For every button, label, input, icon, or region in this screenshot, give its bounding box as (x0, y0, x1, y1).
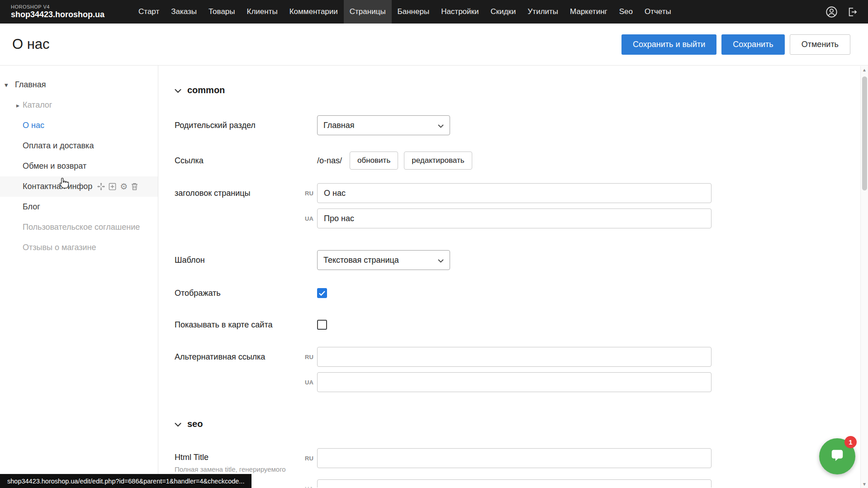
alt-link-label: Альтернативная ссылка (175, 352, 301, 362)
display-label: Отображать (175, 289, 301, 298)
scroll-down-icon[interactable]: ▼ (861, 480, 868, 488)
cancel-button[interactable]: Отменить (790, 34, 850, 55)
add-page-icon[interactable] (109, 183, 116, 190)
parent-section-value: Главная (323, 121, 355, 130)
sidebar-item-catalog[interactable]: ▸ Каталог (0, 95, 158, 115)
page-title-ua-row: UA (175, 208, 868, 228)
parent-section-label: Родительский раздел (175, 121, 301, 130)
page-title-ua-input[interactable] (317, 208, 711, 228)
chat-bubble-icon (829, 447, 846, 466)
sidebar-item-label: О нас (23, 121, 44, 130)
alt-link-ru-row: Альтернативная ссылка RU (175, 347, 868, 367)
sidebar-item-label: Оплата и доставка (23, 141, 94, 151)
save-exit-button[interactable]: Сохранить и выйти (621, 34, 716, 55)
sitemap-label: Показывать в карте сайта (175, 320, 301, 330)
nav-reports[interactable]: Отчеты (639, 0, 677, 24)
pages-tree-sidebar: ▾ Главная ▸ Каталог О нас Оплата и доста… (0, 66, 158, 488)
sidebar-item-label: Блог (23, 202, 40, 212)
section-seo-label: seo (187, 419, 203, 429)
trash-icon[interactable] (131, 183, 138, 190)
nav-discounts[interactable]: Скидки (484, 0, 522, 24)
template-select[interactable]: Текстовая страница (317, 250, 450, 270)
section-seo[interactable]: seo (175, 418, 868, 429)
page-title-ru-row: заголовок страницы RU (175, 183, 868, 203)
lang-badge-ua: UA (301, 379, 317, 386)
topbar-actions (825, 6, 858, 18)
template-row: Шаблон Текстовая страница (175, 250, 868, 270)
lang-badge-ru: RU (301, 190, 317, 197)
sidebar-item-exchange-return[interactable]: Обмен и возврат (0, 156, 158, 176)
lang-badge-ru: RU (301, 354, 317, 360)
nav-seo[interactable]: Seo (613, 0, 639, 24)
html-title-hint: Полная замена title, генерируемого (175, 465, 301, 474)
section-common[interactable]: common (175, 85, 868, 95)
gear-icon[interactable]: ⚙ (120, 182, 128, 191)
brand-version: HOROSHOP V4 (11, 4, 104, 10)
sidebar-item-label: Каталог (23, 100, 52, 110)
nav-clients[interactable]: Клиенты (241, 0, 284, 24)
link-row: Ссылка /o-nas/ обновить редактировать (175, 152, 868, 170)
chevron-down-icon (175, 85, 181, 95)
page-title-ru-input[interactable] (317, 183, 711, 203)
account-icon[interactable] (825, 6, 838, 18)
nav-comments[interactable]: Комментарии (284, 0, 344, 24)
top-navigation: Старт Заказы Товары Клиенты Комментарии … (133, 0, 677, 24)
nav-marketing[interactable]: Маркетинг (564, 0, 613, 24)
scroll-up-icon[interactable]: ▲ (861, 66, 868, 74)
chevron-down-icon (438, 256, 444, 265)
html-title-ru-input[interactable] (317, 448, 711, 468)
nav-orders[interactable]: Заказы (165, 0, 203, 24)
nav-settings[interactable]: Настройки (435, 0, 484, 24)
nav-banners[interactable]: Баннеры (392, 0, 436, 24)
sidebar-item-blog[interactable]: Блог (0, 197, 158, 217)
display-checkbox[interactable] (317, 288, 327, 298)
section-common-label: common (187, 85, 225, 95)
template-label: Шаблон (175, 256, 301, 265)
sidebar-item-label: Обмен и возврат (23, 161, 86, 171)
scrollbar-thumb[interactable] (862, 76, 867, 190)
chevron-down-icon (438, 121, 444, 130)
link-label: Ссылка (175, 156, 301, 166)
refresh-link-button[interactable]: обновить (350, 152, 398, 170)
brand: HOROSHOP V4 shop34423.horoshop.ua (11, 4, 104, 19)
chevron-right-icon[interactable]: ▸ (16, 102, 23, 109)
sidebar-item-label: Пользовательское соглашение (23, 223, 140, 232)
vertical-scrollbar[interactable]: ▲ ▼ (860, 66, 868, 488)
sidebar-item-about[interactable]: О нас (0, 115, 158, 136)
chevron-down-icon (175, 419, 181, 429)
save-button[interactable]: Сохранить (721, 34, 784, 55)
sitemap-checkbox[interactable] (317, 320, 327, 330)
html-title-ua-input[interactable] (317, 479, 711, 488)
sidebar-item-label: Контактная инфор (23, 182, 92, 191)
lang-badge-ru: RU (301, 448, 317, 462)
logout-icon[interactable] (847, 6, 858, 18)
header-actions: Сохранить и выйти Сохранить Отменить (621, 34, 850, 55)
nav-products[interactable]: Товары (203, 0, 241, 24)
nav-start[interactable]: Старт (133, 0, 165, 24)
sidebar-item-payment-delivery[interactable]: Оплата и доставка (0, 136, 158, 156)
alt-link-ru-input[interactable] (317, 347, 711, 367)
html-title-ru-row: Html Title Полная замена title, генериру… (175, 448, 868, 474)
parent-section-row: Родительский раздел Главная (175, 115, 868, 135)
chat-launcher-button[interactable]: 1 (819, 438, 855, 474)
nav-pages[interactable]: Страницы (344, 0, 392, 24)
link-path: /o-nas/ (317, 156, 342, 166)
nav-utilities[interactable]: Утилиты (522, 0, 564, 24)
move-icon[interactable] (97, 183, 105, 190)
sidebar-item-user-agreement[interactable]: Пользовательское соглашение (0, 217, 158, 237)
sidebar-item-label: Отзывы о магазине (23, 243, 96, 252)
chevron-down-icon[interactable]: ▾ (5, 81, 15, 89)
edit-link-button[interactable]: редактировать (404, 152, 472, 170)
parent-section-select[interactable]: Главная (317, 115, 450, 135)
display-row: Отображать (175, 288, 868, 298)
sidebar-item-store-reviews[interactable]: Отзывы о магазине (0, 237, 158, 258)
sitemap-row: Показывать в карте сайта (175, 320, 868, 330)
link-preview-statusbar: shop34423.horoshop.ua/edit/edit.php?id=6… (0, 474, 251, 488)
lang-badge-ua: UA (301, 486, 317, 488)
template-value: Текстовая страница (323, 256, 399, 265)
statusbar-url: shop34423.horoshop.ua/edit/edit.php?id=6… (7, 478, 244, 485)
page-body: ▾ Главная ▸ Каталог О нас Оплата и доста… (0, 66, 868, 488)
sidebar-item-home[interactable]: ▾ Главная (0, 75, 158, 95)
alt-link-ua-input[interactable] (317, 372, 711, 392)
sidebar-item-contact-info[interactable]: Контактная инфор ⚙ (0, 176, 158, 197)
